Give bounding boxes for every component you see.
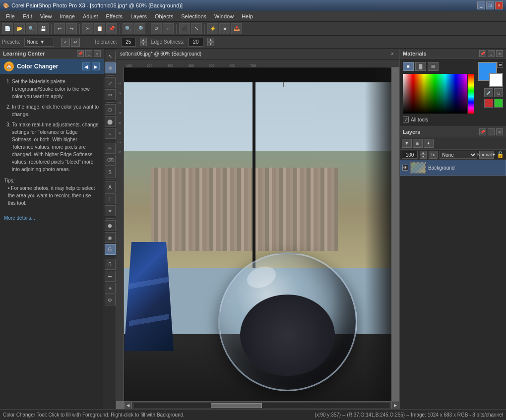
- layers-group-btn[interactable]: ✦: [424, 139, 434, 148]
- layer-visibility-eye[interactable]: 👁: [402, 165, 408, 171]
- toolbar-browse[interactable]: 🔍: [26, 23, 37, 34]
- menu-effects[interactable]: Effects: [102, 12, 126, 20]
- toolbar-fx[interactable]: ★: [219, 23, 230, 34]
- tool-gradient[interactable]: ◉: [105, 232, 116, 243]
- edge-softness-input[interactable]: [189, 38, 203, 47]
- scroll-left-btn[interactable]: ◀: [124, 402, 132, 410]
- tool-selection-ellipse[interactable]: ⬤: [105, 116, 116, 127]
- menu-file[interactable]: File: [2, 12, 19, 20]
- toolbar-resize[interactable]: ⤡: [191, 23, 202, 34]
- presets-load-btn[interactable]: ↩: [71, 38, 80, 47]
- tool-burn[interactable]: ☰: [105, 271, 116, 282]
- mat-tool-eyedropper[interactable]: 💉: [484, 88, 493, 97]
- mat-tool-transparent[interactable]: ◻: [494, 88, 503, 97]
- learning-center-pin[interactable]: 📌: [77, 50, 84, 57]
- materials-pin[interactable]: 📌: [479, 50, 486, 57]
- menu-adjust[interactable]: Adjust: [79, 12, 102, 20]
- toolbar-undo[interactable]: ↩: [54, 23, 65, 34]
- mat-pattern-btn[interactable]: ⊞: [428, 62, 439, 71]
- learning-center-close[interactable]: ×: [94, 50, 101, 57]
- minimize-button[interactable]: _: [477, 1, 485, 9]
- canvas-close-btn[interactable]: ×: [389, 51, 395, 57]
- color-picker-gradient[interactable]: [403, 74, 467, 114]
- tool-arrow[interactable]: ↖: [105, 51, 116, 61]
- tool-crop[interactable]: ✂: [105, 89, 116, 100]
- layers-close[interactable]: ×: [496, 128, 503, 135]
- canvas-image[interactable]: [124, 67, 391, 401]
- presets-dropdown[interactable]: None ▼: [24, 38, 54, 47]
- tool-fill[interactable]: ⬢: [105, 220, 116, 231]
- materials-minimize[interactable]: _: [488, 50, 495, 57]
- presets-save-btn[interactable]: ✓: [61, 38, 70, 47]
- tolerance-spinner[interactable]: ▲ ▼: [140, 38, 147, 47]
- toolbar-crop[interactable]: ⬛: [179, 23, 190, 34]
- tool-erase[interactable]: ⌫: [105, 155, 116, 166]
- toolbar-rotate[interactable]: ↺: [151, 23, 162, 34]
- mat-solid-btn[interactable]: ■: [403, 62, 414, 71]
- tool-select[interactable]: ✥: [105, 62, 116, 73]
- close-button[interactable]: ×: [495, 1, 503, 9]
- tool-dodge[interactable]: B: [105, 259, 116, 270]
- toolbar-new[interactable]: 📄: [2, 23, 13, 34]
- swap-colors-btn[interactable]: ⇌: [497, 62, 503, 68]
- tool-text[interactable]: A: [105, 181, 116, 192]
- toolbar-enhance[interactable]: ⚡: [207, 23, 218, 34]
- toolbar-flip[interactable]: ↔: [163, 23, 174, 34]
- menu-view[interactable]: View: [36, 12, 56, 20]
- scroll-right-btn[interactable]: ▶: [391, 402, 399, 410]
- blend-mode-dropdown[interactable]: Normal▼: [479, 151, 494, 159]
- tool-paint[interactable]: ✏: [105, 143, 116, 154]
- tool-vector[interactable]: T: [105, 193, 116, 204]
- canvas-wrapper[interactable]: 100 200 300 400 500 600 700 1 2 3 4 5 6: [116, 60, 399, 409]
- tool-color-changer[interactable]: G: [105, 244, 116, 255]
- more-details-link[interactable]: More details...: [4, 215, 35, 221]
- tool-pen[interactable]: ✒: [105, 205, 116, 216]
- learning-nav-forward[interactable]: ▶: [92, 62, 100, 70]
- menu-layers[interactable]: Layers: [126, 12, 151, 20]
- background-swatch[interactable]: [489, 73, 503, 87]
- toolbar-save[interactable]: 💾: [38, 23, 49, 34]
- toolbar-paste[interactable]: 📌: [106, 23, 117, 34]
- layers-new-btn[interactable]: ▼: [402, 139, 412, 148]
- toolbar-redo[interactable]: ↪: [66, 23, 77, 34]
- menu-objects[interactable]: Objects: [151, 12, 177, 20]
- layer-row-background[interactable]: 👁 Background: [400, 160, 506, 176]
- layers-minimize[interactable]: _: [488, 128, 495, 135]
- menu-selections[interactable]: Selections: [177, 12, 210, 20]
- mat-tool-recent2[interactable]: [494, 99, 503, 108]
- toolbar-zoom-out[interactable]: 🔎: [134, 23, 145, 34]
- mat-gradient-btn[interactable]: ▓: [415, 62, 426, 71]
- mat-tool-recent1[interactable]: [484, 99, 493, 108]
- scroll-thumb-h[interactable]: [211, 403, 262, 408]
- layers-pin[interactable]: 📌: [479, 128, 486, 135]
- layers-fx-btn[interactable]: fx: [429, 151, 438, 159]
- tool-clone[interactable]: S: [105, 167, 116, 178]
- toolbar-copy[interactable]: 📋: [94, 23, 105, 34]
- tool-selection-rect[interactable]: ⬡: [105, 104, 116, 115]
- tool-freehand[interactable]: ○: [105, 128, 116, 139]
- menu-edit[interactable]: Edit: [19, 12, 36, 20]
- blend-mode-select[interactable]: None: [440, 151, 477, 159]
- toolbar-open[interactable]: 📂: [14, 23, 25, 34]
- all-tools-checkbox[interactable]: ✓: [403, 117, 409, 122]
- maximize-button[interactable]: □: [486, 1, 494, 9]
- menu-image[interactable]: Image: [56, 12, 79, 20]
- toolbar-share[interactable]: 📤: [231, 23, 242, 34]
- tool-sharpen[interactable]: ✴: [105, 283, 116, 294]
- learning-center-minimize[interactable]: _: [85, 50, 92, 57]
- edge-softness-spinner[interactable]: ▲ ▼: [207, 38, 214, 47]
- toolbar-zoom-in[interactable]: 🔍: [123, 23, 133, 34]
- tool-transform[interactable]: ⤢: [105, 77, 116, 88]
- layers-duplicate-btn[interactable]: ⊞: [413, 139, 423, 148]
- opacity-input[interactable]: [402, 151, 418, 159]
- learning-nav-back[interactable]: ◀: [82, 62, 90, 70]
- toolbar-cut[interactable]: ✂: [82, 23, 93, 34]
- tolerance-input[interactable]: [121, 38, 136, 47]
- hue-strip[interactable]: [468, 74, 474, 114]
- scroll-track-h[interactable]: [134, 403, 389, 408]
- menu-window[interactable]: Window: [210, 12, 238, 20]
- materials-close[interactable]: ×: [496, 50, 503, 57]
- tool-options[interactable]: ⚙: [105, 295, 116, 305]
- menu-help[interactable]: Help: [238, 12, 257, 20]
- opacity-spinner[interactable]: ▲ ▼: [420, 151, 427, 159]
